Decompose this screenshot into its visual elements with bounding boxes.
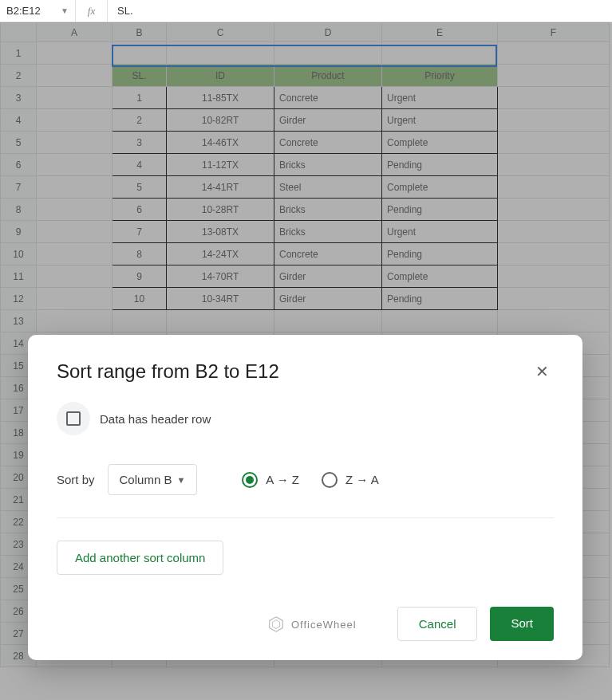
radio-selected-icon [242,472,258,488]
watermark-text: OfficeWheel [291,619,357,631]
svg-marker-0 [270,617,283,631]
header-checkbox-label: Data has header row [100,412,211,426]
radio-z-to-a[interactable]: Z → A [322,472,379,488]
fx-label: fx [76,0,108,22]
name-box-value: B2:E12 [6,5,41,17]
column-selected-value: Column B [120,473,172,486]
modal-title: Sort range from B2 to E12 [57,360,279,383]
checkbox-hover-circle [57,402,90,435]
close-icon[interactable]: ✕ [531,357,554,386]
radio-a-to-z[interactable]: A → Z [242,472,299,488]
formula-input[interactable]: SL. [108,5,143,17]
cancel-button[interactable]: Cancel [397,607,478,641]
watermark: OfficeWheel [267,615,357,633]
formula-bar: B2:E12 ▼ fx SL. [0,0,612,22]
radio-az-label: A → Z [266,473,299,486]
header-checkbox-row[interactable]: Data has header row [57,402,554,435]
sort-range-modal: Sort range from B2 to E12 ✕ Data has hea… [28,335,582,660]
name-box[interactable]: B2:E12 ▼ [0,0,76,22]
svg-marker-1 [272,620,279,629]
name-box-dropdown-icon: ▼ [61,6,69,15]
divider [57,517,554,518]
add-sort-column-button[interactable]: Add another sort column [57,541,223,575]
sort-button[interactable]: Sort [490,607,554,641]
radio-unselected-icon [322,472,338,488]
officewheel-icon [267,615,285,633]
radio-za-label: Z → A [345,473,379,486]
checkbox-icon[interactable] [66,411,81,426]
column-selector[interactable]: Column B ▼ [108,464,198,495]
chevron-down-icon: ▼ [176,475,185,485]
sort-criteria-row: Sort by Column B ▼ A → Z Z → A [57,464,554,495]
sort-direction-group: A → Z Z → A [242,472,378,488]
sort-by-label: Sort by [57,473,95,486]
